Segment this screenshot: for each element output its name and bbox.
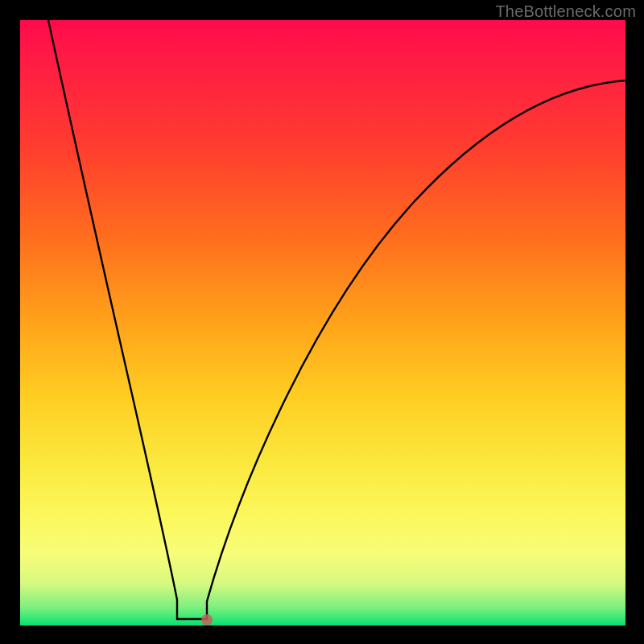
marker-dot <box>201 614 213 625</box>
watermark: TheBottleneck.com <box>495 2 636 21</box>
curve-path <box>48 20 625 619</box>
bottleneck-curve <box>20 20 625 625</box>
chart-container: TheBottleneck.com <box>0 0 644 644</box>
plot-area <box>20 20 625 625</box>
